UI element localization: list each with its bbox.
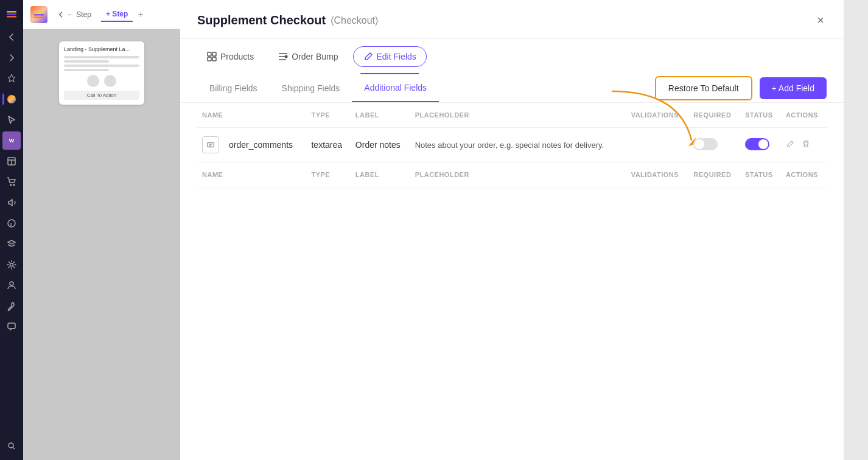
cell-type: textarea: [306, 128, 350, 162]
cell-validations: [626, 128, 689, 162]
col-label: LABEL: [351, 103, 410, 128]
wrench-icon[interactable]: [2, 297, 21, 315]
subtabs-left: Billing Fields Shipping Fields Additiona…: [197, 74, 439, 102]
table-row: order_comments textarea Order notes Note…: [197, 128, 827, 162]
cart-icon[interactable]: [2, 173, 21, 191]
tab-order-bump-label: Order Bump: [292, 52, 338, 61]
required-toggle[interactable]: [693, 138, 718, 150]
subtabs-row: Billing Fields Shipping Fields Additiona…: [180, 74, 844, 103]
pin-icon[interactable]: [2, 69, 21, 88]
back-label: ← Step: [67, 10, 91, 19]
svg-rect-1: [7, 13, 16, 15]
svg-rect-21: [212, 57, 216, 61]
landing-card-title: Landing - Supplement La...: [64, 46, 139, 52]
svg-rect-2: [7, 16, 16, 17]
subtab-billing[interactable]: Billing Fields: [197, 74, 270, 102]
modal-header: Supplement Checkout (Checkout) ×: [180, 0, 844, 39]
step-tab[interactable]: + Step: [101, 7, 133, 22]
topbar: ← Step + Step +: [23, 0, 180, 29]
layers-icon[interactable]: [2, 235, 21, 253]
canvas-area: ← Step + Step + Landing - Supplement La.…: [23, 0, 180, 460]
fields-table: NAME TYPE LABEL PLACEHOLDER VALIDATIONS …: [197, 103, 827, 187]
landing-card: Landing - Supplement La... Call To Actio…: [59, 41, 144, 105]
landing-cta: Call To Action: [64, 91, 139, 100]
col-status: STATUS: [740, 103, 781, 128]
landing-circle-2: [104, 75, 116, 87]
back-button[interactable]: ← Step: [52, 8, 96, 21]
tab-products[interactable]: Products: [197, 47, 264, 66]
add-field-button[interactable]: + Add Field: [760, 77, 827, 99]
megaphone-icon[interactable]: [2, 193, 21, 212]
cell-placeholder: Notes about your order, e.g. special not…: [410, 128, 626, 162]
tab-edit-fields-label: Edit Fields: [377, 52, 416, 61]
bottom-col-required: REQUIRED: [688, 162, 740, 187]
cell-name: order_comments: [197, 128, 306, 162]
gear-icon[interactable]: [2, 256, 21, 274]
field-name-text: order_comments: [229, 140, 293, 150]
back-icon[interactable]: [2, 28, 21, 46]
svg-rect-23: [208, 143, 214, 147]
tab-edit-fields[interactable]: Edit Fields: [353, 46, 427, 67]
tab-products-label: Products: [220, 52, 254, 61]
landing-line-short: [64, 60, 109, 63]
landing-circle-1: [87, 75, 99, 87]
topbar-logo: [30, 6, 47, 23]
user-icon[interactable]: [2, 276, 21, 294]
woo-icon[interactable]: W: [2, 131, 21, 150]
svg-rect-0: [7, 11, 16, 12]
svg-point-7: [13, 184, 15, 186]
modal-title: Supplement Checkout (Checkout): [197, 13, 378, 27]
landing-line: [64, 56, 139, 58]
bottom-col-label: LABEL: [351, 162, 410, 187]
subtabs-right: Restore To Default + Add Field: [655, 76, 827, 100]
landing-line-short-2: [64, 69, 109, 71]
cell-actions: [781, 128, 827, 162]
circle-e-icon[interactable]: e: [2, 214, 21, 232]
svg-point-13: [9, 443, 13, 448]
svg-rect-12: [8, 323, 15, 329]
svg-point-22: [285, 55, 288, 58]
add-step-button[interactable]: +: [138, 9, 143, 20]
bottom-col-placeholder: PLACEHOLDER: [410, 162, 626, 187]
col-placeholder: PLACEHOLDER: [410, 103, 626, 128]
field-type-icon: [202, 136, 219, 153]
forward-icon[interactable]: [2, 49, 21, 67]
svg-point-10: [10, 263, 13, 267]
svg-rect-15: [34, 14, 44, 15]
col-type: TYPE: [306, 103, 350, 128]
bottom-col-type: TYPE: [306, 162, 350, 187]
edit-action-icon[interactable]: [786, 140, 794, 150]
search-icon[interactable]: [2, 437, 21, 455]
svg-point-6: [10, 184, 12, 186]
col-actions: ACTIONS: [781, 103, 827, 128]
delete-action-icon[interactable]: [802, 140, 810, 150]
svg-rect-19: [212, 52, 216, 56]
table-container: NAME TYPE LABEL PLACEHOLDER VALIDATIONS …: [180, 103, 844, 460]
svg-rect-20: [208, 57, 211, 61]
subtab-additional[interactable]: Additional Fields: [352, 74, 439, 102]
modal-close-button[interactable]: ×: [814, 11, 827, 30]
svg-rect-18: [208, 52, 211, 56]
cursor-icon[interactable]: [2, 111, 21, 129]
subtab-shipping[interactable]: Shipping Fields: [270, 74, 352, 102]
svg-point-11: [10, 282, 13, 285]
sidebar: W e: [0, 0, 23, 460]
modal-title-text: Supplement Checkout: [197, 13, 326, 27]
cell-label: Order notes: [351, 128, 410, 162]
tab-order-bump[interactable]: Order Bump: [268, 47, 348, 66]
col-name: NAME: [197, 103, 306, 128]
canvas-content: Landing - Supplement La... Call To Actio…: [23, 29, 180, 460]
sidebar-logo[interactable]: [2, 5, 21, 23]
modal-subtitle: (Checkout): [331, 15, 378, 26]
svg-rect-16: [34, 16, 44, 18]
tabs-container: Products Order Bump Edit Fields: [180, 39, 844, 74]
restore-default-button[interactable]: Restore To Default: [655, 76, 752, 100]
color-icon[interactable]: [2, 90, 21, 108]
bottom-col-validations: VALIDATIONS: [626, 162, 689, 187]
cell-required[interactable]: [688, 128, 740, 162]
cell-status[interactable]: [740, 128, 781, 162]
chat-icon[interactable]: [2, 318, 21, 336]
layout-icon[interactable]: [2, 152, 21, 170]
svg-text:e: e: [10, 221, 13, 227]
status-toggle[interactable]: [745, 138, 769, 150]
